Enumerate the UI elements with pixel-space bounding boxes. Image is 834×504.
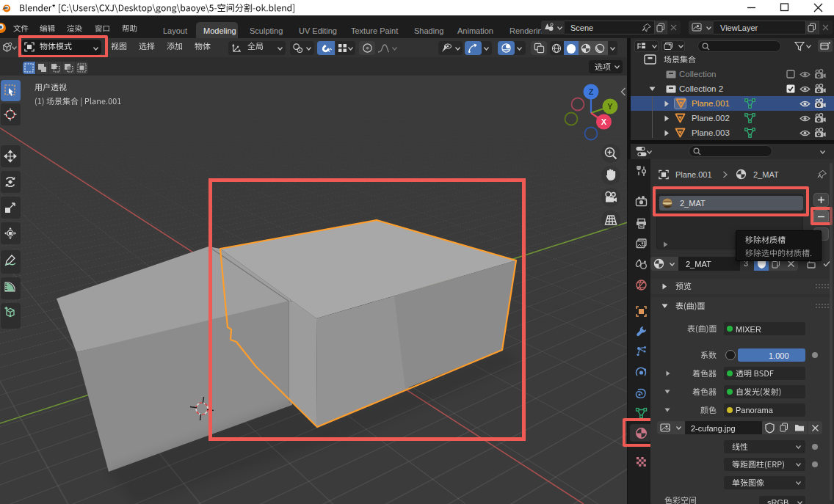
svg-text:X: X (601, 117, 607, 126)
svg-text:Y: Y (607, 102, 613, 111)
svg-text:Z: Z (589, 87, 594, 96)
